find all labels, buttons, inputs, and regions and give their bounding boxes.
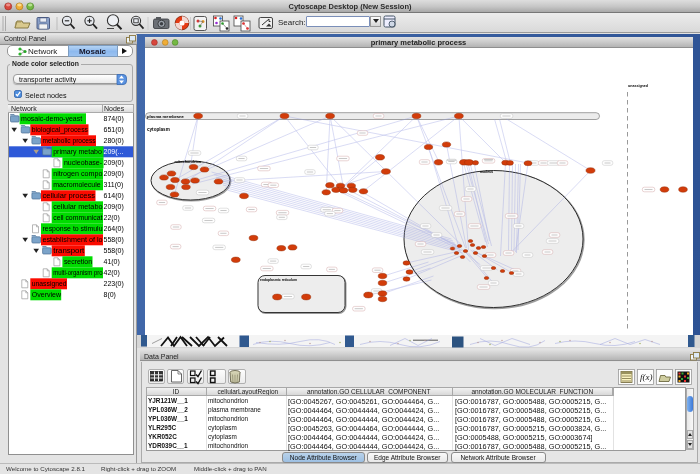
- svg-text:41(0): 41(0): [104, 258, 120, 266]
- svg-text:response to stimulu: response to stimulu: [43, 225, 103, 233]
- svg-text:558(0): 558(0): [104, 247, 124, 255]
- svg-text:874(0): 874(0): [104, 115, 124, 123]
- svg-text:cellular process: cellular process: [43, 192, 96, 200]
- svg-text:metabolic process: metabolic process: [43, 137, 96, 145]
- svg-text:cell communicat: cell communicat: [53, 214, 102, 221]
- svg-text:nitrogen compo: nitrogen compo: [53, 170, 102, 178]
- svg-text:endoplasmic reticulum: endoplasmic reticulum: [260, 278, 297, 282]
- svg-text:311(0): 311(0): [104, 181, 124, 189]
- svg-text:209(...: 209(...: [104, 148, 124, 156]
- svg-text:primary metabo: primary metabo: [53, 148, 102, 156]
- svg-text:Overview: Overview: [32, 291, 62, 298]
- svg-text:transport: transport: [53, 247, 84, 255]
- svg-text:mitochondrion: mitochondrion: [174, 160, 201, 164]
- svg-text:209(0): 209(0): [104, 159, 124, 167]
- svg-text:22(0): 22(0): [104, 214, 120, 222]
- svg-text:establishment of lo: establishment of lo: [43, 236, 103, 243]
- svg-text:nucleus: nucleus: [480, 170, 493, 174]
- svg-text:biological_process: biological_process: [32, 126, 89, 134]
- svg-text:f(x): f(x): [640, 372, 653, 382]
- svg-text:614(0): 614(0): [104, 192, 124, 200]
- svg-text:209(0): 209(0): [104, 203, 124, 211]
- svg-text:cytoplasm: cytoplasm: [147, 127, 170, 132]
- svg-text:8(0): 8(0): [104, 291, 116, 299]
- svg-text:plasma membrane: plasma membrane: [147, 114, 184, 119]
- svg-text:42(0): 42(0): [104, 269, 120, 277]
- svg-text:558(0): 558(0): [104, 236, 124, 244]
- svg-text:264(0): 264(0): [104, 225, 124, 233]
- svg-text:209(0): 209(0): [104, 170, 124, 178]
- svg-text:cellular metabo: cellular metabo: [53, 203, 102, 210]
- svg-text:macromolecule: macromolecule: [53, 181, 101, 188]
- svg-text:651(0): 651(0): [104, 126, 124, 134]
- svg-text:nucleobase-: nucleobase-: [64, 159, 103, 166]
- svg-text:unassigned: unassigned: [628, 84, 648, 88]
- svg-text:unassigned: unassigned: [32, 280, 67, 288]
- svg-text:multi-organism pro: multi-organism pro: [53, 269, 102, 277]
- svg-text:280(0): 280(0): [104, 137, 124, 145]
- svg-text:mosaic-demo-yeast: mosaic-demo-yeast: [21, 115, 82, 123]
- svg-text:223(0): 223(0): [104, 280, 124, 288]
- svg-text:secretion: secretion: [64, 258, 92, 265]
